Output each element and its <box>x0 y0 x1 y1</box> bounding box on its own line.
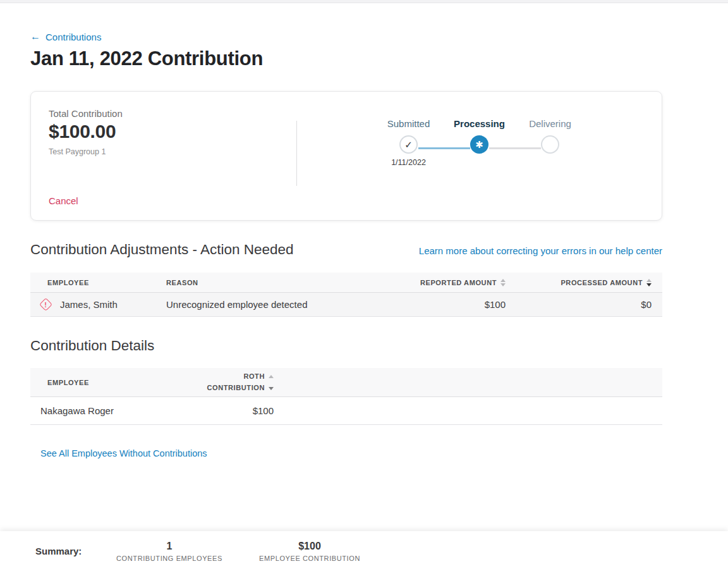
contribution-summary-card: Total Contribution $100.00 Test Paygroup… <box>30 91 662 221</box>
adjustment-employee-name: James, Smith <box>60 299 118 310</box>
connector-submitted-processing <box>418 147 470 149</box>
adjustment-row: ! James, Smith Unrecognized employee det… <box>30 293 662 317</box>
details-section-header: Contribution Details <box>30 338 662 354</box>
contributing-employees-stat: 1 CONTRIBUTING EMPLOYEES <box>112 541 226 562</box>
warning-diamond-icon: ! <box>39 298 52 311</box>
sort-down-active-icon <box>646 283 652 286</box>
step-processing: Processing <box>444 118 515 167</box>
adjustment-reason: Unrecognized employee detected <box>166 299 379 310</box>
adjustment-employee-cell: ! James, Smith <box>30 298 166 311</box>
see-all-row: See All Employees Without Contributions <box>30 448 662 459</box>
adjustments-section-header: Contribution Adjustments - Action Needed… <box>30 242 662 258</box>
step-submitted: Submitted 1/11/2022 <box>373 118 444 167</box>
step-delivering-circle <box>541 135 559 154</box>
col-employee: EMPLOYEE <box>30 279 166 286</box>
adjustments-heading: Contribution Adjustments - Action Needed <box>30 242 294 258</box>
breadcrumb: Contributions <box>30 31 662 42</box>
sort-icon-reported[interactable] <box>500 279 506 286</box>
col-processed-amount-label: PROCESSED AMOUNT <box>561 279 643 286</box>
back-to-contributions-link[interactable]: Contributions <box>30 31 101 42</box>
step-submitted-circle <box>399 135 418 154</box>
summary-footer: Summary: 1 CONTRIBUTING EMPLOYEES $100 E… <box>0 531 728 571</box>
contributing-employees-value: 1 <box>112 541 226 552</box>
employee-contribution-label: EMPLOYEE CONTRIBUTION <box>253 555 367 562</box>
adjustments-table-header: EMPLOYEE REASON REPORTED AMOUNT PROCESSE… <box>30 273 662 293</box>
cancel-button[interactable]: Cancel <box>49 195 78 206</box>
step-processing-circle <box>470 135 488 154</box>
main-content: Contributions Jan 11, 2022 Contribution … <box>30 31 662 459</box>
breadcrumb-label: Contributions <box>46 32 101 42</box>
total-block: Total Contribution $100.00 Test Paygroup… <box>49 108 296 156</box>
connector-processing-delivering <box>489 147 541 149</box>
step-delivering: Delivering <box>515 118 586 167</box>
check-icon <box>404 139 413 150</box>
contributing-employees-label: CONTRIBUTING EMPLOYEES <box>112 555 226 562</box>
help-center-link[interactable]: Learn more about correcting your errors … <box>419 245 662 256</box>
sort-up-icon <box>269 375 274 378</box>
details-roth-amount: $100 <box>166 405 274 416</box>
sort-down-icon <box>269 387 274 390</box>
col-roth-contribution-label: ROTH CONTRIBUTION <box>195 371 265 393</box>
see-all-employees-link[interactable]: See All Employees Without Contributions <box>40 448 207 458</box>
card-total-section: Total Contribution $100.00 Test Paygroup… <box>31 92 296 220</box>
stepper-steps: Submitted 1/11/2022 Processing Deliver <box>373 118 586 167</box>
col-reported-amount-label: REPORTED AMOUNT <box>420 279 497 286</box>
sort-icon-processed[interactable] <box>646 279 652 286</box>
sort-up-icon <box>646 279 652 282</box>
summary-label: Summary: <box>35 546 112 556</box>
sort-down-icon <box>500 283 506 286</box>
details-table-header: EMPLOYEE ROTH CONTRIBUTION <box>30 368 662 397</box>
employee-contribution-value: $100 <box>253 541 367 552</box>
col-roth-contribution[interactable]: ROTH CONTRIBUTION <box>166 371 274 393</box>
sort-icon-roth[interactable] <box>269 375 274 390</box>
total-contribution-amount: $100.00 <box>49 121 296 142</box>
step-submitted-date: 1/11/2022 <box>391 158 426 167</box>
details-heading: Contribution Details <box>30 338 154 354</box>
sort-up-icon <box>500 279 506 282</box>
step-processing-label: Processing <box>454 118 505 129</box>
status-stepper: Submitted 1/11/2022 Processing Deliver <box>373 118 586 220</box>
paygroup-name: Test Paygroup 1 <box>49 147 296 156</box>
total-contribution-label: Total Contribution <box>49 108 296 119</box>
employee-contribution-stat: $100 EMPLOYEE CONTRIBUTION <box>253 541 367 562</box>
window-top-strip <box>0 0 728 3</box>
adjustment-reported-amount: $100 <box>379 299 506 310</box>
col-reported-amount[interactable]: REPORTED AMOUNT <box>379 279 506 286</box>
details-table: EMPLOYEE ROTH CONTRIBUTION Nakagawa Roge… <box>30 368 662 425</box>
back-arrow-icon <box>30 31 40 42</box>
col-reason: REASON <box>166 279 379 286</box>
page-title: Jan 11, 2022 Contribution <box>30 47 662 70</box>
col-processed-amount[interactable]: PROCESSED AMOUNT <box>506 279 662 286</box>
adjustments-table: EMPLOYEE REASON REPORTED AMOUNT PROCESSE… <box>30 273 662 317</box>
details-employee-name: Nakagawa Roger <box>30 405 166 416</box>
details-row: Nakagawa Roger $100 <box>30 397 662 425</box>
step-delivering-label: Delivering <box>529 118 571 129</box>
processing-asterisk-icon <box>475 139 483 150</box>
col-employee: EMPLOYEE <box>30 379 166 386</box>
adjustment-processed-amount: $0 <box>506 299 662 310</box>
card-status-section: Submitted 1/11/2022 Processing Deliver <box>297 92 662 220</box>
step-submitted-label: Submitted <box>387 118 430 129</box>
